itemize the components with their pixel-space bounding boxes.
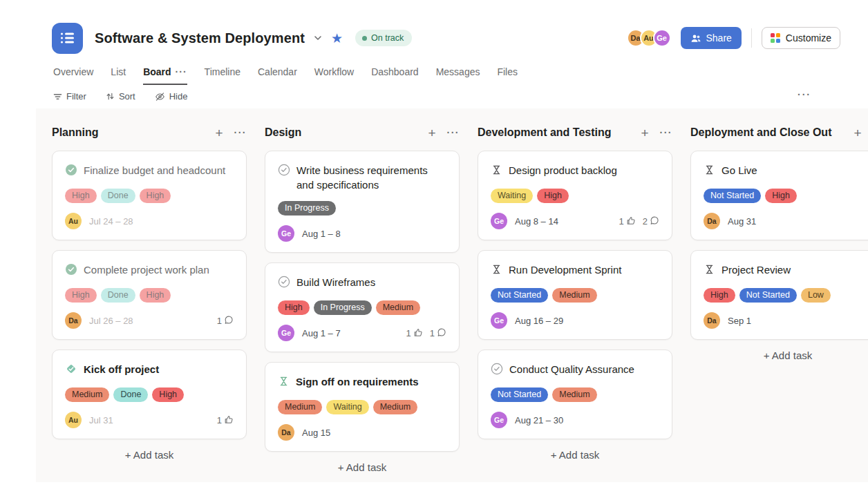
- task-card[interactable]: Go LiveNot StartedHighDaAug 31: [690, 151, 868, 240]
- tag-list: Not StartedMedium: [491, 387, 659, 402]
- add-task-plus-icon[interactable]: +: [215, 126, 223, 140]
- add-task-plus-icon[interactable]: +: [641, 126, 648, 140]
- tag-pill: Waiting: [491, 189, 533, 203]
- add-task-plus-icon[interactable]: +: [853, 126, 861, 140]
- tag-list: In Progress: [278, 201, 446, 216]
- task-title: Kick off project: [84, 362, 159, 379]
- hourglass-green-icon[interactable]: [278, 375, 290, 391]
- tag-list: HighDoneHigh: [65, 288, 234, 303]
- like-count[interactable]: 1: [406, 327, 423, 339]
- comment-count[interactable]: 1: [430, 327, 446, 339]
- list-glyph: [59, 29, 77, 47]
- hourglass-icon[interactable]: [491, 164, 502, 180]
- assignee-avatar[interactable]: Au: [65, 213, 82, 229]
- sort-button[interactable]: Sort: [106, 91, 135, 102]
- hourglass-icon[interactable]: [491, 263, 502, 279]
- tag-pill: High: [152, 387, 184, 402]
- column-header: Design+···: [265, 124, 460, 142]
- hourglass-icon[interactable]: [704, 263, 715, 279]
- filter-button[interactable]: Filter: [53, 91, 86, 102]
- task-card[interactable]: Sign off on requirementsMediumWaitingMed…: [265, 362, 460, 452]
- like-count[interactable]: 1: [619, 216, 636, 227]
- tag-pill: Medium: [552, 288, 596, 303]
- tab-workflow[interactable]: Workflow: [314, 66, 354, 85]
- assignee-avatar[interactable]: Ge: [491, 412, 507, 428]
- project-list-icon[interactable]: [52, 23, 83, 54]
- hide-label: Hide: [169, 91, 188, 102]
- task-card[interactable]: Kick off projectMediumDoneHighAuJul 311: [52, 349, 247, 439]
- filter-label: Filter: [66, 91, 86, 102]
- like-count[interactable]: 1: [217, 414, 234, 426]
- filter-icon: [53, 93, 62, 101]
- column-more-icon[interactable]: ···: [447, 127, 460, 138]
- tab-overview[interactable]: Overview: [53, 66, 93, 85]
- assignee-avatar[interactable]: Da: [278, 424, 294, 441]
- assignee-avatar[interactable]: Ge: [491, 213, 507, 229]
- comment-value: 2: [643, 216, 648, 227]
- add-task-button[interactable]: + Add task: [52, 449, 247, 461]
- status-badge[interactable]: On track: [355, 30, 412, 46]
- assignee-avatar[interactable]: Da: [704, 213, 720, 229]
- task-title: Finalize budget and headcount: [84, 163, 225, 180]
- thumb-up-icon: [626, 216, 636, 227]
- task-card[interactable]: Build WireframesHighIn ProgressMediumGeA…: [265, 262, 460, 352]
- check-circle-outline-icon[interactable]: [278, 164, 290, 192]
- task-card[interactable]: Conduct Quality AssuranceNot StartedMedi…: [478, 349, 672, 439]
- column-name[interactable]: Development and Testing: [478, 126, 612, 139]
- check-circle-filled-icon[interactable]: [65, 263, 77, 279]
- column-name[interactable]: Deployment and Close Out: [690, 126, 831, 139]
- assignee-avatar[interactable]: Au: [65, 412, 82, 428]
- column-name[interactable]: Planning: [52, 126, 99, 139]
- tag-list: HighDoneHigh: [65, 189, 234, 203]
- tag-list: MediumDoneHigh: [65, 387, 234, 402]
- board-column: Development and Testing+···Design produc…: [478, 124, 672, 473]
- assignee-avatar[interactable]: Ge: [278, 325, 294, 341]
- hourglass-icon[interactable]: [704, 164, 715, 180]
- tab-dashboard[interactable]: Dashboard: [371, 66, 419, 85]
- header-divider: [751, 28, 752, 48]
- board-column: Design+···Write business requirements an…: [265, 124, 460, 473]
- add-task-plus-icon[interactable]: +: [428, 126, 435, 140]
- milestone-check-icon[interactable]: [65, 363, 77, 379]
- tab-more-icon[interactable]: ···: [176, 66, 187, 77]
- comment-count[interactable]: 2: [643, 216, 659, 227]
- column-more-icon[interactable]: ···: [234, 127, 247, 138]
- tab-timeline[interactable]: Timeline: [205, 66, 240, 85]
- column-name[interactable]: Design: [265, 126, 301, 139]
- chevron-down-icon[interactable]: [313, 33, 323, 43]
- check-circle-outline-icon[interactable]: [491, 363, 503, 379]
- assignee-avatar[interactable]: Ge: [491, 312, 507, 329]
- task-card[interactable]: Project ReviewHighNot StartedLowDaSep 1: [690, 250, 868, 340]
- favorite-star-icon[interactable]: ★: [331, 32, 343, 45]
- tab-board[interactable]: Board···: [143, 66, 187, 85]
- column-more-icon[interactable]: ···: [660, 127, 673, 138]
- share-button[interactable]: Share: [681, 27, 742, 49]
- add-task-button[interactable]: + Add task: [265, 461, 460, 473]
- customize-button[interactable]: Customize: [762, 27, 840, 49]
- tab-calendar[interactable]: Calendar: [258, 66, 297, 85]
- tag-pill: High: [140, 189, 171, 203]
- check-circle-filled-icon[interactable]: [65, 164, 77, 180]
- add-task-button[interactable]: + Add task: [478, 449, 672, 461]
- tab-files[interactable]: Files: [497, 66, 518, 85]
- tag-pill: Medium: [278, 400, 322, 414]
- avatar[interactable]: Ge: [653, 29, 671, 47]
- tag-list: Not StartedHigh: [704, 189, 868, 203]
- assignee-avatar[interactable]: Ge: [278, 225, 294, 242]
- tab-messages[interactable]: Messages: [436, 66, 480, 85]
- task-card[interactable]: Complete project work planHighDoneHighDa…: [52, 250, 247, 340]
- assignee-avatar[interactable]: Da: [704, 312, 720, 329]
- tab-list[interactable]: List: [111, 66, 126, 85]
- toolbar-more-button[interactable]: ···: [798, 89, 811, 100]
- assignee-avatar[interactable]: Da: [65, 312, 82, 329]
- comment-count[interactable]: 1: [217, 315, 234, 327]
- task-card[interactable]: Finalize budget and headcountHighDoneHig…: [52, 151, 247, 240]
- hide-button[interactable]: Hide: [155, 91, 188, 102]
- task-card[interactable]: Run Development SprintNot StartedMediumG…: [478, 250, 672, 340]
- add-task-button[interactable]: + Add task: [690, 349, 868, 361]
- member-avatars[interactable]: DaAuGe: [627, 29, 671, 47]
- check-circle-outline-icon[interactable]: [278, 276, 290, 291]
- project-title[interactable]: Software & System Deployment: [95, 30, 305, 46]
- task-card[interactable]: Write business requirements and specific…: [265, 151, 460, 253]
- task-card[interactable]: Design product backlogWaitingHighGeAug 8…: [478, 151, 672, 240]
